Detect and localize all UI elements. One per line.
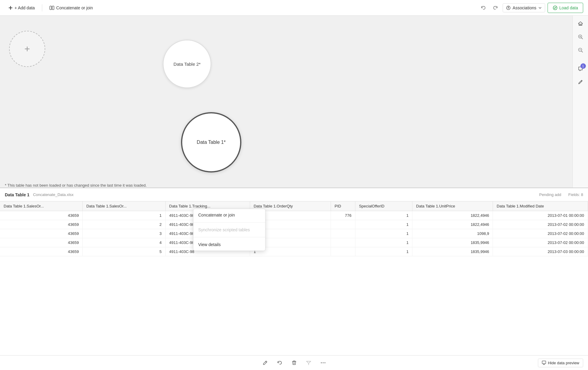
data-table-wrapper[interactable]: Data Table 1.SalesOr... Data Table 1.Sal… — [0, 201, 588, 355]
cell-2-7: 2013-07-02 00:00:00 — [493, 229, 588, 238]
cell-2-4 — [331, 229, 355, 238]
cell-1-6: 1822,4946 — [412, 220, 493, 229]
more-options-button[interactable] — [318, 358, 328, 368]
svg-line-10 — [581, 38, 583, 39]
delete-button[interactable] — [289, 358, 299, 368]
svg-rect-8 — [580, 24, 581, 25]
cell-3-1: 4 — [83, 238, 166, 247]
svg-point-5 — [508, 7, 509, 8]
col-header-8: Data Table 1.Modified Date — [493, 201, 588, 211]
context-menu-view-details[interactable]: View details — [193, 239, 265, 251]
table-row: 4365954911-403C-98111835,99462013-07-03 … — [0, 247, 588, 256]
cell-2-6: 1098,9 — [412, 229, 493, 238]
bottom-toolbar: Hide data preview — [0, 355, 588, 370]
home-button[interactable] — [575, 18, 586, 29]
associations-button[interactable]: Associations — [503, 3, 545, 12]
annotations-button[interactable]: 1 — [575, 63, 586, 74]
cell-1-7: 2013-07-02 00:00:00 — [493, 220, 588, 229]
cell-4-4 — [331, 247, 355, 256]
cell-1-0: 43659 — [0, 220, 83, 229]
col-header-1: Data Table 1.SalesOr... — [0, 201, 83, 211]
cell-0-4: 776 — [331, 211, 355, 220]
cell-0-6: 1822,4946 — [412, 211, 493, 220]
concatenate-join-button[interactable]: Concatenate or join — [46, 4, 96, 12]
warning-text: * This table has not been loaded or has … — [5, 183, 147, 188]
svg-line-14 — [581, 51, 583, 52]
add-data-circle[interactable]: + — [9, 31, 45, 67]
cell-0-1: 1 — [83, 211, 166, 220]
cell-2-0: 43659 — [0, 229, 83, 238]
hide-preview-label: Hide data preview — [548, 361, 579, 365]
svg-line-17 — [265, 362, 266, 362]
col-header-5: PID — [331, 201, 355, 211]
data-table-2-node[interactable]: Data Table 2* — [163, 40, 211, 88]
cell-1-5: 1 — [355, 220, 412, 229]
top-toolbar: + Add data Concatenate or join — [0, 0, 588, 16]
filter-button[interactable] — [304, 358, 313, 368]
right-tools-panel: 1 — [572, 16, 588, 188]
data-preview-panel: Data Table 1 Concatenate_Data.xlsx Pendi… — [0, 188, 588, 370]
data-table: Data Table 1.SalesOr... Data Table 1.Sal… — [0, 201, 588, 256]
context-menu-separator — [193, 222, 265, 223]
pen-button[interactable] — [575, 77, 586, 87]
table-row: 4365944911-403C-98111835,99462013-07-02 … — [0, 238, 588, 247]
table-row: 4365924911-403C-98311822,49462013-07-02 … — [0, 220, 588, 229]
cell-3-7: 2013-07-02 00:00:00 — [493, 238, 588, 247]
cell-1-4 — [331, 220, 355, 229]
toolbar-right: Associations Load data — [478, 3, 583, 13]
hide-preview-button[interactable]: Hide data preview — [538, 359, 583, 367]
fields-label: Fields: 8 — [568, 192, 583, 197]
col-header-2: Data Table 1.SalesOr... — [83, 201, 166, 211]
context-menu-separator-2 — [193, 237, 265, 237]
cell-4-5: 1 — [355, 247, 412, 256]
table-row: 4365914911-403C-98177611822,49462013-07-… — [0, 211, 588, 220]
preview-meta: Pending add Fields: 8 — [539, 192, 583, 197]
chevron-down-icon — [538, 6, 542, 10]
table-header-row: Data Table 1.SalesOr... Data Table 1.Sal… — [0, 201, 588, 211]
col-header-6: SpecialOfferID — [355, 201, 412, 211]
preview-file-name: Concatenate_Data.xlsx — [33, 192, 73, 197]
svg-rect-24 — [542, 361, 546, 364]
undo-button[interactable] — [478, 3, 488, 13]
cell-4-6: 1835,9946 — [412, 247, 493, 256]
cell-4-1: 5 — [83, 247, 166, 256]
toolbar-separator — [42, 4, 42, 11]
annotation-badge: 1 — [580, 63, 586, 69]
cell-4-7: 2013-07-03 00:00:00 — [493, 247, 588, 256]
svg-point-21 — [321, 362, 322, 363]
svg-rect-3 — [52, 6, 54, 10]
cell-0-7: 2013-07-01 00:00:00 — [493, 211, 588, 220]
svg-point-22 — [323, 362, 323, 363]
preview-table-title: Data Table 1 — [5, 192, 29, 197]
cell-1-1: 2 — [83, 220, 166, 229]
cell-3-0: 43659 — [0, 238, 83, 247]
cell-4-0: 43659 — [0, 247, 83, 256]
zoom-out-button[interactable] — [575, 45, 586, 55]
context-menu-concatenate[interactable]: Concatenate or join — [193, 209, 265, 221]
context-menu-synchronize: Synchronize scripted tables — [193, 224, 265, 236]
table-row: 4365934911-403C-98111098,92013-07-02 00:… — [0, 229, 588, 238]
cell-2-1: 3 — [83, 229, 166, 238]
edit-button[interactable] — [260, 358, 270, 368]
cell-0-5: 1 — [355, 211, 412, 220]
cell-3-4 — [331, 238, 355, 247]
col-header-7: Data Table 1.UnitPrice — [412, 201, 493, 211]
canvas-area: + Data Table 2* Data Table 1* * This tab… — [0, 16, 588, 188]
zoom-in-button[interactable] — [575, 31, 586, 42]
pending-label: Pending add — [539, 192, 561, 197]
cell-3-6: 1835,9946 — [412, 238, 493, 247]
cell-2-5: 1 — [355, 229, 412, 238]
redo-button[interactable] — [491, 3, 500, 13]
refresh-button[interactable] — [275, 358, 284, 368]
cell-3-5: 1 — [355, 238, 412, 247]
svg-line-16 — [581, 81, 582, 81]
monitor-icon — [542, 361, 546, 365]
load-data-button[interactable]: Load data — [548, 3, 583, 13]
svg-point-23 — [324, 362, 325, 363]
cell-0-0: 43659 — [0, 211, 83, 220]
add-data-button[interactable]: + Add data — [5, 4, 38, 12]
data-preview-header: Data Table 1 Concatenate_Data.xlsx Pendi… — [0, 188, 588, 201]
context-menu: Concatenate or join Synchronize scripted… — [193, 209, 265, 251]
svg-rect-2 — [50, 6, 52, 10]
data-table-1-node[interactable]: Data Table 1* — [181, 112, 241, 172]
